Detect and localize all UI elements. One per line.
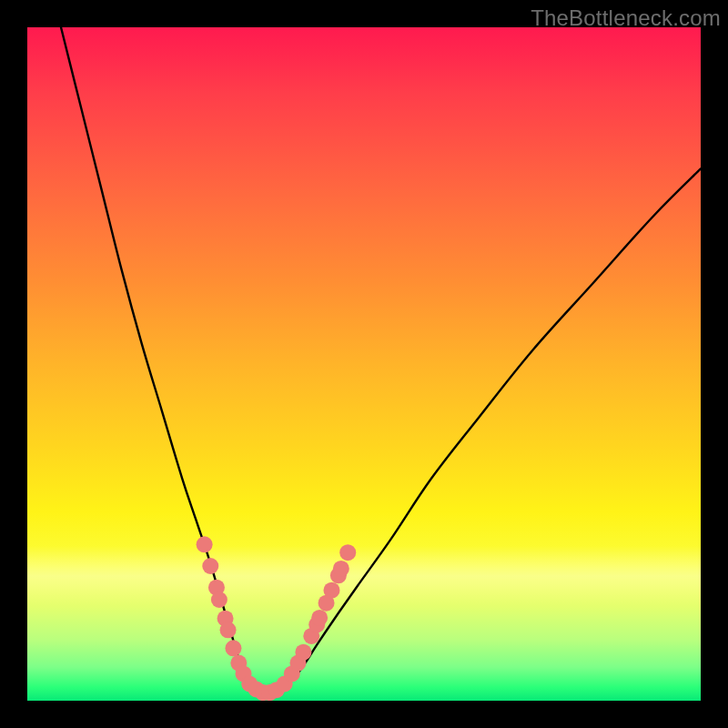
data-marker: [323, 582, 339, 599]
data-marker: [202, 558, 218, 574]
data-marker: [220, 622, 237, 638]
data-marker: [225, 640, 241, 656]
data-marker: [339, 544, 356, 561]
data-marker: [211, 592, 228, 608]
data-marker: [311, 610, 328, 626]
data-marker: [295, 644, 311, 661]
plot-area: [27, 27, 701, 701]
chart-svg: [27, 27, 701, 701]
chart-stage: TheBottleneck.com: [0, 0, 728, 728]
data-marker: [197, 536, 213, 552]
bottleneck-curve: [61, 27, 701, 694]
data-marker: [333, 561, 349, 577]
marker-group: [197, 536, 357, 701]
